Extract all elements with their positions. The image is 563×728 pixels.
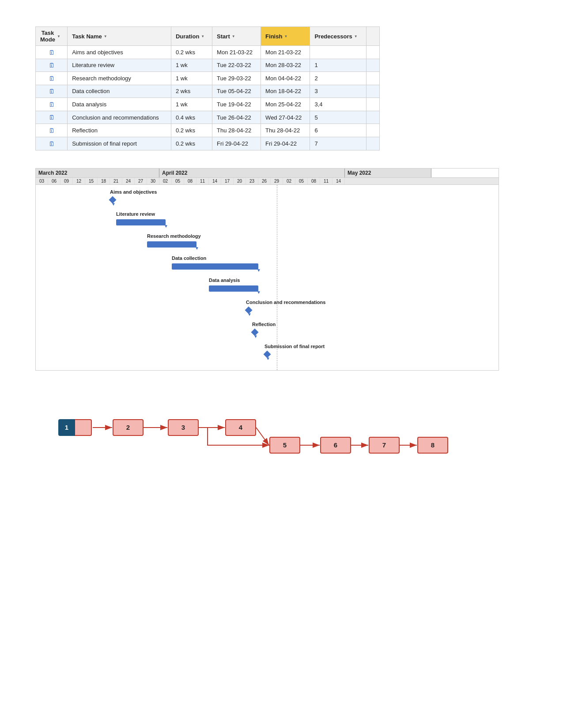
task-mode-cell: 🗓 <box>36 72 68 85</box>
gantt-bar-arrow: ▼ <box>257 268 261 273</box>
task-name-cell: Aims and objectives <box>68 46 171 59</box>
finish-cell: Mon 25-04-22 <box>261 98 310 111</box>
table-row: 🗓Submission of final report0.2 wksFri 29… <box>36 137 380 150</box>
start-cell: Tue 19-04-22 <box>212 98 261 111</box>
finish-cell: Mon 21-03-22 <box>261 46 310 59</box>
table-row: 🗓Literature review1 wkTue 22-03-22Mon 28… <box>36 59 380 72</box>
start-cell: Fri 29-04-22 <box>212 137 261 150</box>
predecessors-cell: 3 <box>310 85 367 98</box>
extra-cell <box>367 137 380 150</box>
gantt-task-label: Reflection <box>252 322 276 327</box>
gantt-task-label: Data collection <box>172 255 206 261</box>
nd-node: 2 <box>113 419 144 436</box>
finish-cell: Wed 27-04-22 <box>261 111 310 124</box>
gantt-day-cell: 15 <box>85 178 98 184</box>
task-mode-cell: 🗓 <box>36 124 68 137</box>
task-mode-cell: 🗓 <box>36 85 68 98</box>
gantt-task-label: Literature review <box>116 211 155 217</box>
gantt-day-cell: 14 <box>333 178 345 184</box>
gantt-day-cell: 17 <box>221 178 234 184</box>
task-mode-icon: 🗓 <box>49 62 55 69</box>
gantt-task-row: Submission of final report▼ <box>36 344 499 360</box>
gantt-task-row: Data collection▼ <box>36 255 499 271</box>
gantt-table-section: TaskMode ▼ Task Name ▼ Duration ▼ Start … <box>35 26 528 150</box>
gantt-table: TaskMode ▼ Task Name ▼ Duration ▼ Start … <box>35 26 380 150</box>
nd-node: 7 <box>369 437 400 454</box>
gantt-month-label: April 2022 <box>159 169 345 177</box>
gantt-day-cell: 23 <box>246 178 258 184</box>
gantt-day-cell: 26 <box>258 178 271 184</box>
nd-node-label: 5 <box>283 441 287 449</box>
gantt-day-cell: 05 <box>172 178 184 184</box>
duration-cell: 1 wk <box>171 59 212 72</box>
gantt-day-cell: 11 <box>320 178 333 184</box>
gantt-milestone-arrow: ▼ <box>253 334 258 339</box>
predecessors-cell: 1 <box>310 59 367 72</box>
duration-cell: 1 wk <box>171 72 212 85</box>
table-row: 🗓Reflection0.2 wksThu 28-04-22Thu 28-04-… <box>36 124 380 137</box>
gantt-task-row: Research methodology▼ <box>36 233 499 249</box>
gantt-milestone-arrow: ▼ <box>266 356 270 361</box>
gantt-task-label: Aims and objectives <box>110 189 157 195</box>
finish-cell: Mon 28-03-22 <box>261 59 310 72</box>
task-mode-cell: 🗓 <box>36 98 68 111</box>
nd-node-label: 7 <box>382 441 386 449</box>
gantt-day-cell: 08 <box>308 178 320 184</box>
col-header-task-mode[interactable]: TaskMode ▼ <box>36 27 68 46</box>
start-cell: Thu 28-04-22 <box>212 124 261 137</box>
finish-cell: Mon 18-04-22 <box>261 85 310 98</box>
gantt-task-row: Reflection▼ <box>36 322 499 338</box>
duration-cell: 0.4 wks <box>171 111 212 124</box>
start-cell: Tue 22-03-22 <box>212 59 261 72</box>
predecessors-cell: 6 <box>310 124 367 137</box>
col-header-predecessors[interactable]: Predecessors ▼ <box>310 27 367 46</box>
start-cell: Mon 21-03-22 <box>212 46 261 59</box>
gantt-day-cell: 02 <box>159 178 172 184</box>
gantt-month-label: March 2022 <box>36 169 159 177</box>
task-mode-icon: 🗓 <box>49 140 55 147</box>
gantt-day-cell: 12 <box>73 178 85 184</box>
gantt-bar-arrow: ▼ <box>195 246 199 251</box>
gantt-day-cell: 20 <box>234 178 246 184</box>
gantt-task-bar <box>172 263 258 270</box>
table-row: 🗓Data collection2 wksTue 05-04-22Mon 18-… <box>36 85 380 98</box>
predecessors-cell: 5 <box>310 111 367 124</box>
gantt-day-cell: 30 <box>147 178 159 184</box>
gantt-day-cell: 08 <box>184 178 196 184</box>
gantt-day-cell: 18 <box>98 178 110 184</box>
table-row: 🗓Data analysis1 wkTue 19-04-22Mon 25-04-… <box>36 98 380 111</box>
nd-node-label: 6 <box>334 441 337 449</box>
gantt-day-cell: 21 <box>110 178 122 184</box>
gantt-task-label: Data analysis <box>209 278 240 283</box>
col-header-duration[interactable]: Duration ▼ <box>171 27 212 46</box>
task-mode-cell: 🗓 <box>36 46 68 59</box>
gantt-day-cell: 03 <box>36 178 48 184</box>
col-header-task-name[interactable]: Task Name ▼ <box>68 27 171 46</box>
table-row: 🗓Research methodology1 wkTue 29-03-22Mon… <box>36 72 380 85</box>
gantt-day-cell: 14 <box>209 178 221 184</box>
extra-cell <box>367 111 380 124</box>
task-mode-icon: 🗓 <box>49 101 55 108</box>
duration-cell: 2 wks <box>171 85 212 98</box>
table-row: 🗓Conclusion and recommendations0.4 wksTu… <box>36 111 380 124</box>
predecessors-cell: 3,4 <box>310 98 367 111</box>
gantt-days-row: 0306091215182124273002050811141720232629… <box>36 178 499 185</box>
col-header-start[interactable]: Start ▼ <box>212 27 261 46</box>
gantt-task-row: Conclusion and recommendations▼ <box>36 300 499 315</box>
nd-node-label: 1 <box>58 419 75 436</box>
finish-cell: Thu 28-04-22 <box>261 124 310 137</box>
task-mode-icon: 🗓 <box>49 49 55 56</box>
duration-cell: 0.2 wks <box>171 137 212 150</box>
gantt-task-label: Research methodology <box>147 233 201 239</box>
gantt-month-label: May 2022 <box>345 169 431 177</box>
task-mode-cell: 🗓 <box>36 59 68 72</box>
gantt-day-cell: 24 <box>122 178 135 184</box>
duration-cell: 1 wk <box>171 98 212 111</box>
extra-cell <box>367 85 380 98</box>
nd-edge <box>256 428 269 445</box>
task-mode-icon: 🗓 <box>49 127 55 134</box>
task-name-cell: Research methodology <box>68 72 171 85</box>
table-row: 🗓Aims and objectives0.2 wksMon 21-03-22M… <box>36 46 380 59</box>
nd-node: 6 <box>320 437 351 454</box>
col-header-finish[interactable]: Finish ▼ <box>261 27 310 46</box>
